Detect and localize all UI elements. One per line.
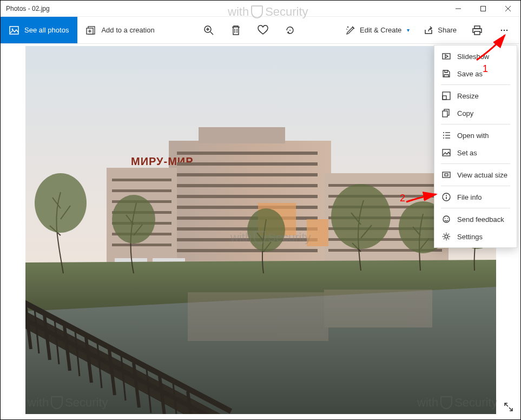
save-icon	[442, 69, 451, 78]
svg-line-109	[444, 234, 445, 235]
gear-icon	[442, 232, 451, 241]
annotation-1: 1	[483, 63, 488, 75]
window-title: Photos - 02.jpg	[6, 5, 446, 12]
titlebar: Photos - 02.jpg	[1, 1, 520, 17]
svg-rect-1	[481, 6, 486, 11]
svg-point-61	[35, 173, 87, 233]
rotate-button[interactable]	[277, 17, 303, 44]
heart-icon	[258, 25, 268, 36]
menu-file-info[interactable]: File info	[434, 188, 517, 206]
tool-group-center	[196, 17, 306, 43]
svg-rect-35	[177, 195, 318, 198]
svg-line-110	[449, 239, 450, 240]
svg-point-64	[331, 184, 391, 249]
add-to-creation-button[interactable]: Add to a creation	[77, 17, 163, 43]
menu-open-with[interactable]: Open with	[434, 127, 517, 144]
svg-rect-56	[307, 219, 328, 246]
svg-point-101	[443, 216, 450, 222]
menu-save-as-label: Save as	[457, 70, 483, 78]
maximize-button[interactable]	[471, 1, 496, 16]
more-icon	[499, 25, 509, 35]
menu-send-feedback[interactable]: Send feedback	[434, 211, 517, 228]
svg-line-11	[210, 32, 213, 35]
svg-point-24	[506, 29, 508, 31]
svg-line-111	[449, 234, 450, 235]
set-as-icon	[442, 148, 451, 157]
open-with-icon	[442, 131, 451, 140]
svg-point-17	[347, 27, 348, 28]
zoom-in-icon	[203, 25, 214, 36]
svg-point-103	[447, 218, 449, 219]
menu-save-as[interactable]: Save as	[434, 65, 517, 82]
svg-point-22	[501, 29, 503, 31]
svg-rect-38	[177, 227, 318, 231]
print-icon	[472, 25, 483, 36]
trash-icon	[231, 25, 241, 36]
zoom-button[interactable]	[196, 17, 222, 44]
see-all-photos-label: See all photos	[24, 26, 69, 34]
svg-line-18	[346, 29, 347, 30]
edit-create-label: Edit & Create	[360, 26, 401, 34]
edit-create-button[interactable]: Edit & Create ▾	[339, 17, 416, 44]
svg-point-91	[443, 135, 444, 136]
menu-separator	[441, 186, 510, 186]
svg-rect-84	[443, 54, 450, 59]
menu-settings[interactable]: Settings	[434, 228, 517, 245]
rotate-icon	[285, 25, 295, 36]
share-label: Share	[438, 26, 457, 34]
svg-point-16	[289, 30, 291, 31]
delete-button[interactable]	[223, 17, 249, 44]
minimize-button[interactable]	[446, 1, 471, 16]
menu-separator	[441, 163, 510, 164]
svg-point-104	[445, 235, 448, 238]
svg-point-63	[247, 208, 285, 252]
svg-point-62	[112, 195, 155, 244]
svg-point-89	[443, 132, 444, 133]
info-icon	[442, 193, 451, 201]
menu-slideshow[interactable]: Slideshow	[434, 48, 517, 65]
menu-set-as-label: Set as	[457, 149, 477, 157]
fullscreen-icon	[503, 402, 514, 412]
svg-rect-96	[443, 172, 450, 178]
menu-set-as[interactable]: Set as	[434, 144, 517, 161]
menu-slideshow-label: Slideshow	[457, 52, 489, 61]
svg-rect-48	[112, 179, 172, 181]
favorite-button[interactable]	[250, 17, 276, 44]
menu-open-with-label: Open with	[457, 132, 489, 140]
window-controls	[446, 1, 520, 16]
photo-viewport[interactable]: МИРУ-МИР	[25, 46, 496, 414]
svg-rect-88	[443, 111, 447, 117]
svg-point-93	[443, 137, 444, 139]
chevron-down-icon: ▾	[407, 27, 410, 33]
svg-rect-34	[177, 184, 318, 187]
share-button[interactable]: Share	[417, 17, 463, 44]
svg-rect-36	[177, 206, 318, 209]
resize-icon	[442, 91, 451, 100]
photo-image: МИРУ-МИР	[25, 46, 496, 414]
menu-view-actual-label: View actual size	[457, 171, 507, 179]
svg-rect-32	[177, 162, 318, 166]
menu-view-actual-size[interactable]: View actual size	[434, 166, 517, 183]
see-all-photos-button[interactable]: See all photos	[1, 17, 77, 43]
svg-rect-21	[474, 31, 480, 35]
more-button[interactable]	[491, 17, 517, 44]
close-button[interactable]	[496, 1, 520, 16]
fullscreen-button[interactable]	[503, 402, 514, 414]
svg-rect-31	[177, 152, 318, 155]
creation-icon	[86, 25, 96, 35]
menu-copy[interactable]: Copy	[434, 104, 517, 122]
slideshow-icon	[442, 52, 451, 61]
photo-icon	[9, 25, 19, 35]
menu-separator	[441, 208, 510, 208]
svg-rect-86	[443, 96, 446, 100]
menu-separator	[441, 84, 510, 85]
svg-rect-40	[177, 249, 318, 252]
feedback-icon	[442, 215, 451, 224]
svg-rect-37	[177, 216, 318, 220]
print-button[interactable]	[464, 17, 490, 44]
add-to-creation-label: Add to a creation	[101, 26, 154, 34]
menu-settings-label: Settings	[457, 233, 483, 241]
menu-resize[interactable]: Resize	[434, 87, 517, 104]
share-icon	[424, 25, 433, 35]
svg-rect-41	[328, 184, 442, 187]
